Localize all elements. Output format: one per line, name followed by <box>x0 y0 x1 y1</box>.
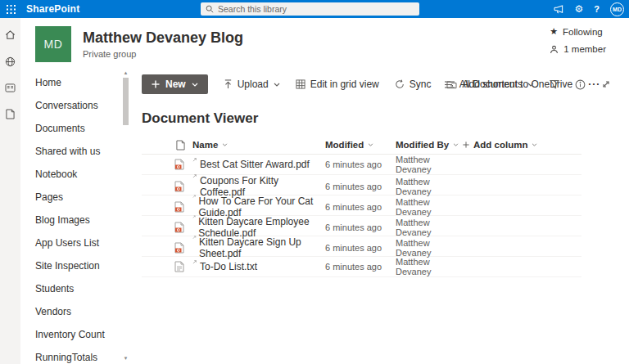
nav-item-runningtotals[interactable]: RunningTotals <box>20 346 131 364</box>
modified-cell: 6 minutes ago <box>325 222 396 232</box>
modified-by-cell[interactable]: Matthew Devaney <box>396 238 463 258</box>
edit-in-grid-view-button[interactable]: Edit in grid view <box>296 79 379 90</box>
chevron-down-icon <box>527 83 534 87</box>
table-row[interactable]: How To Care For Your Cat Guide.pdf 6 min… <box>142 195 581 216</box>
search-input[interactable] <box>218 4 414 14</box>
chevron-down-icon <box>222 143 228 146</box>
modified-cell: 6 minutes ago <box>325 182 396 191</box>
filter-button[interactable] <box>550 79 559 89</box>
pdf-file-icon <box>174 181 184 192</box>
person-icon <box>550 45 559 54</box>
new-button[interactable]: New <box>142 74 208 94</box>
following-button[interactable]: ★ Following <box>550 26 606 37</box>
page-icon[interactable] <box>6 109 15 119</box>
app-rail <box>0 18 20 364</box>
nav-item-documents[interactable]: Documents <box>20 117 131 140</box>
table-row[interactable]: Kitten Daycare Employee Schedule.pdf 6 m… <box>142 216 581 236</box>
scroll-down-icon[interactable]: ▼ <box>122 355 129 362</box>
modified-by-cell[interactable]: Matthew Devaney <box>396 177 463 196</box>
nav-item-app-users-list[interactable]: App Users List <box>20 231 131 254</box>
site-header: MD Matthew Devaney Blog Private group ★ … <box>20 18 629 70</box>
site-logo[interactable]: MD <box>35 26 71 62</box>
table-row[interactable]: To-Do List.txt 6 minutes ago Matthew Dev… <box>142 257 581 277</box>
sidenav-scrollbar[interactable]: ▲ ▼ <box>122 70 129 364</box>
home-icon[interactable] <box>5 29 16 40</box>
table-row[interactable]: Kitten Daycare Sign Up Sheet.pdf 6 minut… <box>142 236 581 257</box>
new-item-icon <box>192 173 198 178</box>
name-column-header[interactable]: Name <box>192 140 325 150</box>
settings-gear-icon[interactable]: ⚙ <box>575 3 584 15</box>
nav-item-inventory-count[interactable]: Inventory Count <box>20 323 131 346</box>
news-icon[interactable] <box>5 83 16 92</box>
file-name-link[interactable]: Kitten Daycare Employee Schedule.pdf <box>198 216 325 239</box>
nav-item-notebook[interactable]: Notebook <box>20 163 131 186</box>
view-list-icon <box>445 81 455 88</box>
app-launcher-icon[interactable] <box>0 0 21 18</box>
search-box[interactable] <box>201 2 419 16</box>
members-button[interactable]: 1 member <box>550 44 606 54</box>
file-name-link[interactable]: Kitten Daycare Sign Up Sheet.pdf <box>199 236 325 259</box>
scroll-up-icon[interactable]: ▲ <box>122 70 129 77</box>
view-selector-button[interactable]: All Documents <box>445 79 534 90</box>
details-info-button[interactable] <box>575 79 586 90</box>
nav-item-students[interactable]: Students <box>20 277 131 300</box>
pdf-file-icon <box>174 242 184 254</box>
help-icon[interactable]: ? <box>594 4 600 14</box>
file-name-link[interactable]: Best Cat Sitter Award.pdf <box>200 159 310 170</box>
grid-view-icon <box>296 79 305 89</box>
nav-item-home[interactable]: Home <box>20 71 131 94</box>
chevron-down-icon <box>192 83 198 87</box>
modified-by-cell[interactable]: Matthew Devaney <box>396 218 463 237</box>
modified-by-column-header[interactable]: Modified By <box>396 140 463 150</box>
chevron-down-icon <box>532 143 537 146</box>
file-name-link[interactable]: Coupons For Kitty Coffee.pdf <box>200 175 325 198</box>
chevron-down-icon <box>274 83 280 87</box>
file-name-link[interactable]: How To Care For Your Cat Guide.pdf <box>199 195 325 218</box>
add-column-button[interactable]: Add column <box>463 140 581 150</box>
command-bar: New Upload Edit in gri <box>142 72 629 97</box>
document-list: Name Modified Modified By <box>142 136 581 277</box>
new-item-icon <box>192 156 198 162</box>
globe-icon[interactable] <box>5 56 16 67</box>
list-header-row: Name Modified Modified By <box>142 136 581 155</box>
megaphone-icon[interactable] <box>554 5 564 14</box>
new-item-icon <box>192 258 198 264</box>
scrollbar-thumb[interactable] <box>123 78 129 125</box>
nav-item-site-inspection[interactable]: Site Inspection <box>20 254 131 277</box>
suite-bar: SharePoint ⚙ ? MD <box>0 0 629 18</box>
fullscreen-button[interactable] <box>601 79 611 89</box>
library-main: New Upload Edit in gri <box>131 70 629 364</box>
upload-button[interactable]: Upload <box>224 79 280 90</box>
upload-icon <box>224 79 233 89</box>
modified-by-cell[interactable]: Matthew Devaney <box>396 155 463 174</box>
chevron-down-icon <box>453 143 459 146</box>
star-icon: ★ <box>550 26 558 37</box>
funnel-icon <box>550 79 559 89</box>
sync-icon <box>395 79 405 89</box>
table-row[interactable]: Coupons For Kitty Coffee.pdf 6 minutes a… <box>142 175 581 195</box>
site-title[interactable]: Matthew Devaney Blog <box>83 29 243 47</box>
plus-icon <box>152 80 160 88</box>
info-icon <box>575 79 586 90</box>
new-item-icon <box>192 213 197 219</box>
nav-item-shared-with-us[interactable]: Shared with us <box>20 140 131 163</box>
modified-by-cell[interactable]: Matthew Devaney <box>396 257 463 276</box>
file-name-link[interactable]: To-Do List.txt <box>200 261 257 272</box>
modified-column-header[interactable]: Modified <box>325 140 396 150</box>
sync-button[interactable]: Sync <box>395 79 432 90</box>
modified-cell: 6 minutes ago <box>325 243 396 253</box>
nav-item-pages[interactable]: Pages <box>20 186 131 209</box>
nav-item-conversations[interactable]: Conversations <box>20 94 131 117</box>
modified-cell: 6 minutes ago <box>325 160 396 169</box>
modified-by-cell[interactable]: Matthew Devaney <box>396 197 463 217</box>
new-item-icon <box>192 234 197 240</box>
brand-label[interactable]: SharePoint <box>26 3 79 15</box>
pdf-file-icon <box>174 159 184 170</box>
file-type-column-header[interactable] <box>142 140 192 151</box>
nav-item-vendors[interactable]: Vendors <box>20 300 131 323</box>
account-avatar[interactable]: MD <box>610 2 624 16</box>
document-icon <box>176 140 185 151</box>
nav-item-blog-images[interactable]: Blog Images <box>20 209 131 231</box>
modified-cell: 6 minutes ago <box>325 202 396 212</box>
table-row[interactable]: Best Cat Sitter Award.pdf 6 minutes ago … <box>142 155 581 175</box>
